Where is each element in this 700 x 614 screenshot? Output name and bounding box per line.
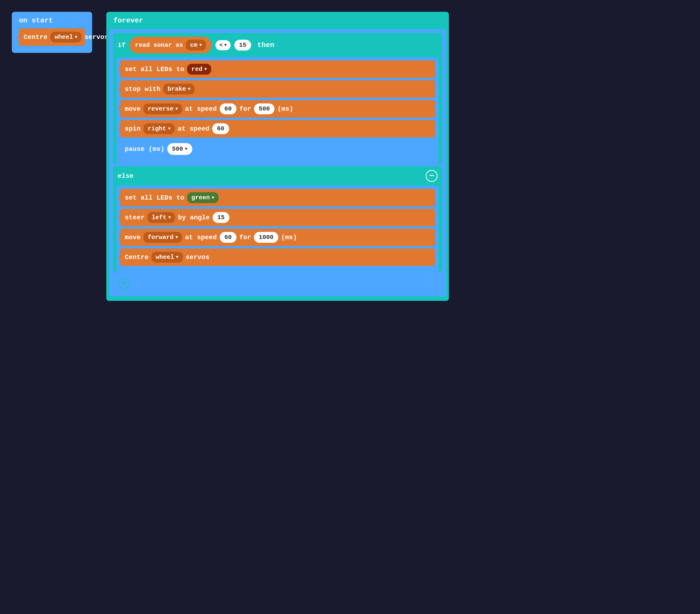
pause-label: pause (ms) <box>125 145 164 153</box>
wheel-else-dropdown[interactable]: wheel ▼ <box>151 252 183 263</box>
sonar-block: read sonar as cm ▼ <box>129 37 212 53</box>
centre-else-label: Centre <box>125 254 149 261</box>
steer-label: steer <box>125 214 145 221</box>
pause-dropdown-arrow: ▼ <box>185 146 188 151</box>
if-label: if <box>118 41 126 49</box>
forward-dropdown[interactable]: forward ▼ <box>143 232 182 243</box>
move-forward-label: move <box>125 234 140 241</box>
else-body: set all LEDs to green ▼ steer left ▼ <box>117 186 438 271</box>
for-label: for <box>239 105 251 113</box>
set-leds-green-block: set all LEDs to green ▼ <box>120 189 435 206</box>
set-leds-green-label: set all LEDs to <box>125 194 184 202</box>
left-dropdown[interactable]: left ▼ <box>147 212 175 223</box>
steer-left-block: steer left ▼ by angle 15 <box>120 209 435 226</box>
servos-label: servos <box>85 34 109 41</box>
operator-oval[interactable]: < ▼ <box>215 40 230 50</box>
reverse-dropdown-arrow: ▼ <box>175 106 178 111</box>
minus-button[interactable]: − <box>426 170 438 182</box>
pause-dropdown[interactable]: 500 ▼ <box>167 143 192 155</box>
then-label: then <box>257 41 274 49</box>
pause-block: pause (ms) 500 ▼ <box>120 140 435 158</box>
else-section: else − set all LEDs to green ▼ steer <box>113 166 442 271</box>
fwd-ms-label: (ms) <box>281 234 297 241</box>
unit-dropdown[interactable]: cm ▼ <box>186 40 206 51</box>
servos-else-label: servos <box>186 254 210 261</box>
else-label: else <box>118 172 134 180</box>
wheel-dropdown-arrow: ▼ <box>75 35 77 39</box>
move-forward-block: move forward ▼ at speed 60 for 1000 (ms) <box>120 229 435 246</box>
brake-dropdown-arrow: ▼ <box>188 87 190 91</box>
right-dropdown[interactable]: right ▼ <box>143 123 175 134</box>
if-body: set all LEDs to red ▼ stop with brake ▼ <box>117 57 438 164</box>
fwd-speed-val[interactable]: 60 <box>220 232 237 243</box>
centre-wheel-servos-else-block: Centre wheel ▼ servos <box>120 248 435 266</box>
reverse-speed-val[interactable]: 60 <box>220 103 237 114</box>
right-dropdown-arrow: ▼ <box>168 126 171 131</box>
spin-label: spin <box>125 125 140 132</box>
op-dropdown-arrow: ▼ <box>224 43 227 48</box>
set-leds-label: set all LEDs to <box>125 66 184 73</box>
red-dropdown-arrow: ▼ <box>204 67 207 72</box>
if-section: if read sonar as cm ▼ < ▼ <box>113 33 442 164</box>
forward-dropdown-arrow: ▼ <box>175 235 178 240</box>
forever-block: forever if read sonar as cm ▼ <box>106 12 449 301</box>
move-label: move <box>125 105 140 113</box>
stop-with-label: stop with <box>125 86 160 93</box>
green-dropdown[interactable]: green ▼ <box>187 192 218 203</box>
fwd-time-val[interactable]: 1000 <box>254 232 278 243</box>
wheel-else-dropdown-arrow: ▼ <box>176 255 179 259</box>
brake-dropdown[interactable]: brake ▼ <box>163 84 195 94</box>
set-leds-red-block: set all LEDs to red ▼ <box>120 61 435 78</box>
move-reverse-block: move reverse ▼ at speed 60 for 500 (ms) <box>120 100 435 118</box>
on-start-block: on start Centre wheel ▼ servos <box>12 12 92 53</box>
spin-speed-val[interactable]: 60 <box>212 123 229 134</box>
workspace: on start Centre wheel ▼ servos forever i… <box>7 7 693 306</box>
else-header: else − <box>113 166 442 186</box>
fwd-at-speed-label: at speed <box>185 234 217 241</box>
read-sonar-label: read sonar as <box>135 41 183 49</box>
add-row: + <box>113 274 442 292</box>
centre-wheel-servos-block: Centre wheel ▼ servos <box>19 28 85 46</box>
forever-footer <box>106 296 449 301</box>
reverse-time-val[interactable]: 500 <box>254 103 275 114</box>
reverse-dropdown[interactable]: reverse ▼ <box>143 103 182 114</box>
add-else-button[interactable]: + <box>118 277 129 289</box>
left-dropdown-arrow: ▼ <box>168 215 171 220</box>
steer-angle-val[interactable]: 15 <box>213 212 229 223</box>
if-value[interactable]: 15 <box>234 40 251 51</box>
forever-body: if read sonar as cm ▼ < ▼ <box>109 29 446 296</box>
centre-label: Centre <box>24 34 48 41</box>
unit-dropdown-arrow: ▼ <box>199 43 202 48</box>
green-dropdown-arrow: ▼ <box>212 195 214 200</box>
spin-at-speed-label: at speed <box>178 125 209 132</box>
spin-right-block: spin right ▼ at speed 60 <box>120 120 435 138</box>
wheel-dropdown[interactable]: wheel ▼ <box>50 31 82 42</box>
stop-brake-block: stop with brake ▼ <box>120 80 435 98</box>
if-header: if read sonar as cm ▼ < ▼ <box>113 33 442 57</box>
forever-header: forever <box>106 12 449 29</box>
fwd-for-label: for <box>239 234 251 241</box>
red-dropdown[interactable]: red ▼ <box>187 64 211 75</box>
by-angle-label: by angle <box>178 214 210 221</box>
on-start-header: on start <box>19 16 85 25</box>
at-speed-label: at speed <box>185 105 217 113</box>
ms-label: (ms) <box>277 105 293 113</box>
